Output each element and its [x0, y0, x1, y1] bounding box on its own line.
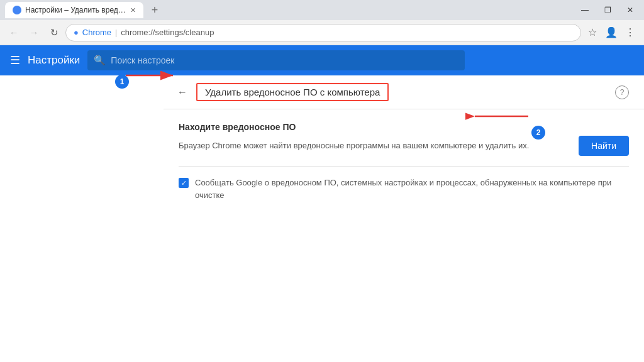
divider — [179, 166, 629, 167]
page-title: Удалить вредоносное ПО с компьютера — [196, 83, 389, 101]
settings-title: Настройки — [28, 54, 80, 67]
report-checkbox[interactable]: ✓ — [179, 178, 189, 188]
checkbox-row: ✓ Сообщать Google о вредоносном ПО, сист… — [179, 177, 629, 201]
section-title: Находите вредоносное ПО — [179, 122, 629, 132]
help-button[interactable]: ? — [615, 85, 629, 99]
search-icon: 🔍 — [94, 55, 106, 66]
find-button[interactable]: Найти — [579, 136, 629, 156]
content-area: ← Удалить вредоносное ПО с компьютера ? … — [164, 75, 644, 362]
sidebar — [0, 75, 164, 362]
search-placeholder: Поиск настроек — [111, 55, 174, 65]
section-description: Браузер Chrome может найти вредоносные п… — [179, 140, 566, 152]
omnibox-url: chrome://settings/cleanup — [121, 28, 214, 37]
tab-favicon — [13, 6, 21, 14]
active-tab[interactable]: Настройки – Удалить вредонос... ✕ — [5, 2, 143, 18]
toolbar-actions: ☆ 👤 ⋮ — [584, 24, 639, 41]
omnibox-brand: Chrome — [82, 28, 111, 37]
checkbox-label: Сообщать Google о вредоносном ПО, систем… — [195, 177, 629, 201]
checkmark-icon: ✓ — [181, 179, 187, 187]
secure-icon: ● — [74, 28, 79, 37]
back-button[interactable]: ← — [5, 24, 23, 41]
window-controls: — ❐ ✕ — [576, 3, 639, 17]
malware-section: Находите вредоносное ПО Браузер Chrome м… — [164, 109, 644, 214]
main-area: ← Удалить вредоносное ПО с компьютера ? … — [0, 75, 644, 362]
new-tab-button[interactable]: + — [146, 2, 164, 18]
section-row: Браузер Chrome может найти вредоносные п… — [179, 136, 629, 156]
profile-button[interactable]: 👤 — [602, 24, 620, 41]
hamburger-icon[interactable]: ☰ — [10, 53, 20, 67]
tab-bar: Настройки – Удалить вредонос... ✕ + — [5, 2, 164, 18]
tab-close-button[interactable]: ✕ — [130, 6, 136, 14]
tab-title: Настройки – Удалить вредонос... — [25, 6, 126, 14]
forward-button[interactable]: → — [25, 24, 43, 41]
titlebar: Настройки – Удалить вредонос... ✕ + — ❐ … — [0, 0, 644, 20]
omnibox-separator: | — [115, 28, 117, 37]
settings-header: ☰ Настройки 🔍 Поиск настроек — [0, 45, 644, 75]
page-header: ← Удалить вредоносное ПО с компьютера ? — [164, 75, 644, 109]
refresh-button[interactable]: ↻ — [45, 24, 63, 41]
settings-search-box[interactable]: 🔍 Поиск настроек — [87, 50, 465, 70]
bookmark-button[interactable]: ☆ — [584, 24, 601, 41]
minimize-button[interactable]: — — [576, 3, 594, 17]
menu-button[interactable]: ⋮ — [621, 24, 639, 41]
browser-toolbar: ← → ↻ ● Chrome | chrome://settings/clean… — [0, 20, 644, 45]
content-back-button[interactable]: ← — [174, 84, 191, 101]
restore-button[interactable]: ❐ — [599, 3, 616, 17]
address-bar[interactable]: ● Chrome | chrome://settings/cleanup — [65, 24, 581, 41]
close-button[interactable]: ✕ — [621, 3, 639, 17]
